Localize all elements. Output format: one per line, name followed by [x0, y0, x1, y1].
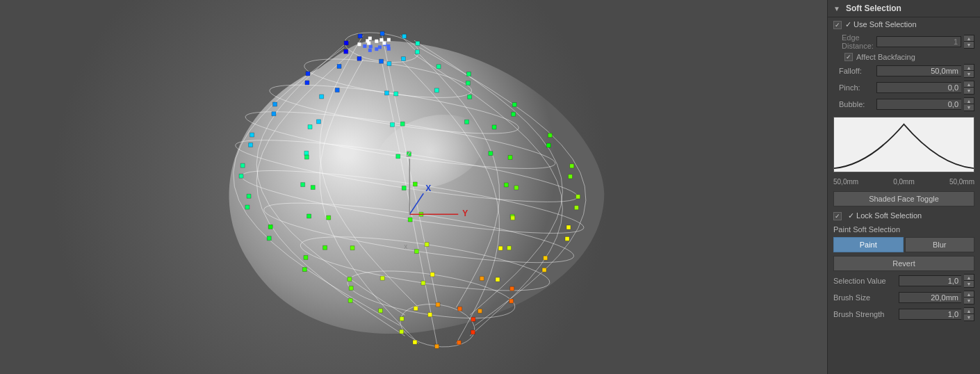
mesh-canvas: [0, 0, 827, 374]
edge-distance-up[interactable]: ▲: [964, 35, 974, 42]
selection-value-label: Selection Value: [833, 277, 896, 285]
use-soft-selection-row[interactable]: ✓ ✓ Use Soft Selection: [828, 17, 980, 32]
curve-label-right: 50,0mm: [949, 178, 974, 186]
edge-distance-input[interactable]: [876, 36, 961, 47]
curve-label-left: 50,0mm: [833, 178, 858, 186]
falloff-down[interactable]: ▼: [964, 71, 974, 77]
falloff-spinner[interactable]: ▲ ▼: [964, 64, 974, 78]
lock-soft-selection-check[interactable]: ✓: [833, 212, 842, 220]
brush-size-label: Brush Size: [833, 293, 896, 302]
use-soft-selection-check[interactable]: ✓: [833, 21, 842, 29]
affect-backfacing-check[interactable]: ✓: [844, 53, 853, 61]
selection-value-input[interactable]: [899, 275, 961, 286]
edge-distance-row: Edge Distance: ▲ ▼: [828, 32, 980, 51]
brush-strength-label: Brush Strength: [833, 310, 896, 318]
viewport-3d[interactable]: [0, 0, 827, 374]
lock-soft-selection-row[interactable]: ✓ ✓ Lock Soft Selection: [828, 209, 980, 222]
bubble-up[interactable]: ▲: [964, 98, 974, 104]
brush-strength-spinner[interactable]: ▲ ▼: [964, 307, 974, 321]
affect-backfacing-label: Affect Backfacing: [856, 53, 915, 61]
falloff-input[interactable]: [876, 65, 961, 76]
pinch-down[interactable]: ▼: [964, 88, 974, 94]
lock-soft-selection-label: ✓ Lock Soft Selection: [848, 211, 922, 220]
brush-size-down[interactable]: ▼: [964, 298, 974, 304]
brush-size-spinner[interactable]: ▲ ▼: [964, 291, 974, 304]
bubble-row: Bubble: ▲ ▼: [828, 96, 980, 113]
pinch-input[interactable]: [876, 82, 961, 93]
falloff-row: Falloff: ▲ ▼: [828, 63, 980, 79]
pinch-spinner[interactable]: ▲ ▼: [964, 81, 974, 95]
curve-labels: 50,0mm 0,0mm 50,0mm: [828, 178, 980, 186]
pinch-up[interactable]: ▲: [964, 81, 974, 88]
pinch-label: Pinch:: [839, 83, 874, 92]
shaded-face-toggle-button[interactable]: Shaded Face Toggle: [833, 191, 974, 206]
bubble-down[interactable]: ▼: [964, 104, 974, 111]
blur-button[interactable]: Blur: [905, 237, 975, 252]
falloff-label: Falloff:: [839, 67, 874, 75]
brush-size-row: Brush Size ▲ ▼: [828, 289, 980, 306]
soft-selection-panel: ▼ Soft Selection ✓ ✓ Use Soft Selection …: [827, 0, 980, 374]
edge-distance-spinner[interactable]: ▲ ▼: [964, 35, 974, 49]
paint-button[interactable]: Paint: [833, 237, 904, 252]
brush-size-input[interactable]: [899, 292, 961, 303]
brush-size-up[interactable]: ▲: [964, 291, 974, 298]
selection-value-up[interactable]: ▲: [964, 275, 974, 281]
curve-label-mid: 0,0mm: [893, 178, 915, 186]
panel-collapse-arrow: ▼: [833, 5, 840, 13]
pinch-row: Pinch: ▲ ▼: [828, 79, 980, 96]
brush-strength-up[interactable]: ▲: [964, 308, 974, 314]
revert-row: Revert: [833, 256, 974, 271]
affect-backfacing-row[interactable]: ✓ Affect Backfacing: [828, 51, 980, 63]
use-soft-selection-label: ✓ Use Soft Selection: [845, 20, 917, 29]
falloff-curve-display[interactable]: [833, 117, 974, 172]
revert-button[interactable]: Revert: [833, 256, 974, 271]
panel-title: Soft Selection: [846, 3, 901, 13]
edge-distance-down[interactable]: ▼: [964, 42, 974, 48]
falloff-up[interactable]: ▲: [964, 65, 974, 71]
bubble-spinner[interactable]: ▲ ▼: [964, 97, 974, 111]
paint-soft-selection-label: Paint Soft Selection: [828, 222, 980, 235]
brush-strength-row: Brush Strength ▲ ▼: [828, 306, 980, 323]
selection-value-down[interactable]: ▼: [964, 281, 974, 287]
paint-blur-row: Paint Blur: [833, 237, 974, 252]
selection-value-row: Selection Value ▲ ▼: [828, 273, 980, 289]
panel-header[interactable]: ▼ Soft Selection: [828, 0, 980, 17]
bubble-label: Bubble:: [839, 100, 874, 108]
brush-strength-down[interactable]: ▼: [964, 314, 974, 320]
bubble-input[interactable]: [876, 99, 961, 110]
brush-strength-input[interactable]: [899, 309, 961, 320]
edge-distance-label: Edge Distance:: [842, 33, 874, 50]
selection-value-spinner[interactable]: ▲ ▼: [964, 274, 974, 288]
